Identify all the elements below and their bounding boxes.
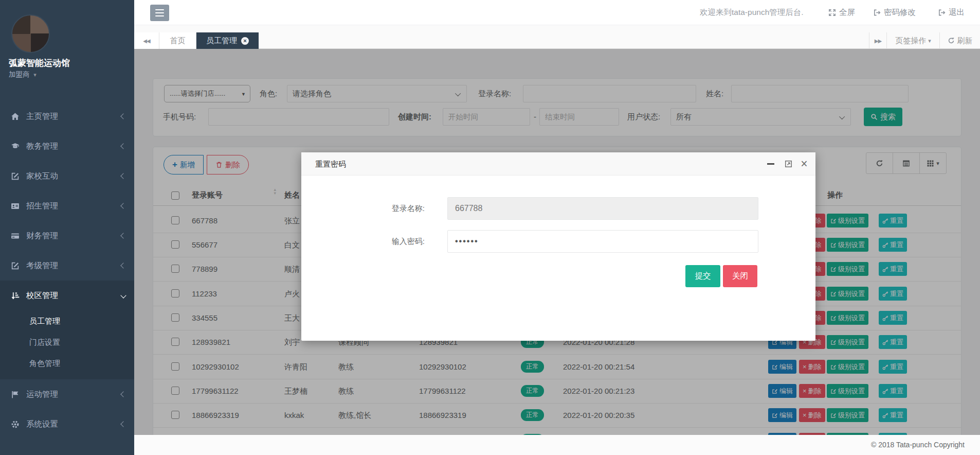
- org-role-toggle[interactable]: 加盟商 ▾: [9, 70, 37, 79]
- sidebar-item-home-school[interactable]: 家校互动: [0, 161, 134, 191]
- dialog-header[interactable]: 重置密码 ×: [301, 152, 815, 176]
- org-name: 弧蒙智能运动馆: [9, 57, 70, 69]
- sidebar-section-campus: 校区管理 员工管理 门店设置 角色管理: [0, 281, 134, 379]
- chevron-left-icon: [120, 203, 126, 208]
- sidebar-item-employee-mgmt[interactable]: 员工管理: [0, 310, 134, 331]
- double-chevron-left-icon: ◀◀: [143, 38, 150, 44]
- edit-square-icon: [9, 172, 21, 181]
- password-label: 输入密码:: [373, 230, 425, 253]
- sort-list-icon: [9, 291, 21, 300]
- sidebar-item-sports-mgmt[interactable]: 运动管理: [0, 379, 134, 409]
- logout-button[interactable]: 退出: [938, 0, 965, 25]
- chevron-left-icon: [120, 113, 126, 119]
- change-password-button[interactable]: 密码修改: [873, 0, 916, 25]
- footer: © 2018 Tata-punch Copyright: [134, 435, 980, 455]
- gear-icon: [9, 420, 21, 429]
- sidebar-item-enrollment[interactable]: 招生管理: [0, 191, 134, 221]
- sidebar-item-academic-mgmt[interactable]: 教务管理: [0, 131, 134, 161]
- tab-bar: ◀◀ 首页 员工管理 × ▶▶ 页签操作▾ 刷新: [134, 25, 980, 49]
- sidebar-item-role-mgmt[interactable]: 角色管理: [0, 353, 134, 374]
- sidebar-item-finance[interactable]: 财务管理: [0, 221, 134, 251]
- fullscreen-button[interactable]: 全屏: [828, 0, 855, 25]
- tab-operations-dropdown[interactable]: 页签操作▾: [886, 32, 939, 49]
- refresh-icon: [948, 37, 955, 44]
- chevron-left-icon: [120, 262, 126, 268]
- sidebar-toggle-button[interactable]: [150, 5, 169, 21]
- caret-down-icon: ▾: [928, 38, 931, 44]
- sidebar: 弧蒙智能运动馆 加盟商 ▾ 主页管理 教务管理 家校互动 招生管理 财务管理: [0, 0, 134, 455]
- sidebar-item-home-mgmt[interactable]: 主页管理: [0, 101, 134, 131]
- tabs-scroll-left-button[interactable]: ◀◀: [134, 32, 159, 49]
- tabs-scroll-right-button[interactable]: ▶▶: [869, 32, 886, 49]
- welcome-text: 欢迎来到tata-punch管理后台.: [700, 0, 804, 25]
- sidebar-item-system-settings[interactable]: 系统设置: [0, 409, 134, 439]
- chevron-left-icon: [120, 173, 126, 179]
- credit-card-icon: [9, 232, 21, 240]
- refresh-tab-button[interactable]: 刷新: [939, 32, 980, 49]
- close-tab-icon[interactable]: ×: [241, 37, 249, 45]
- copyright-text: © 2018 Tata-punch Copyright: [134, 435, 980, 455]
- chevron-left-icon: [120, 143, 126, 149]
- app-window: 弧蒙智能运动馆 加盟商 ▾ 主页管理 教务管理 家校互动 招生管理 财务管理: [0, 0, 980, 455]
- home-icon: [9, 112, 21, 121]
- edit-square-icon: [9, 261, 21, 270]
- close-button[interactable]: 关闭: [723, 265, 757, 287]
- chevron-down-icon: ▾: [33, 72, 37, 78]
- graduation-cap-icon: [9, 142, 21, 151]
- sidebar-item-grading[interactable]: 考级管理: [0, 251, 134, 281]
- chevron-down-icon: [120, 292, 126, 298]
- maximize-icon[interactable]: [781, 152, 796, 176]
- sign-out-icon: [938, 9, 946, 16]
- chevron-left-icon: [120, 233, 126, 238]
- top-header: 欢迎来到tata-punch管理后台. 全屏 密码修改 退出: [134, 0, 980, 25]
- tab-employee-mgmt[interactable]: 员工管理 ×: [196, 32, 259, 49]
- chevron-left-icon: [120, 391, 126, 397]
- chevron-left-icon: [120, 421, 126, 427]
- sidebar-nav: 主页管理 教务管理 家校互动 招生管理 财务管理 考级管理: [0, 101, 134, 439]
- contact-card-icon: [9, 202, 21, 211]
- login-name-label: 登录名称:: [373, 197, 425, 220]
- expand-icon: [828, 9, 836, 16]
- main-content: ......请选择门店......▼ 角色: 请选择角色 登录名称: 姓名: 手…: [134, 49, 980, 435]
- sidebar-item-store-settings[interactable]: 门店设置: [0, 331, 134, 353]
- tab-home[interactable]: 首页: [159, 32, 196, 49]
- password-field[interactable]: [447, 230, 758, 253]
- flag-icon: [9, 390, 21, 399]
- close-icon[interactable]: ×: [796, 152, 812, 176]
- minimize-icon[interactable]: [763, 152, 778, 176]
- login-name-field: [447, 197, 758, 220]
- double-chevron-right-icon: ▶▶: [875, 38, 881, 44]
- sign-out-icon: [873, 9, 881, 16]
- submit-button[interactable]: 提交: [685, 265, 720, 287]
- dialog-title: 重置密码: [315, 152, 346, 176]
- avatar: [11, 14, 50, 53]
- sidebar-item-campus-mgmt[interactable]: 校区管理: [0, 281, 134, 310]
- reset-password-dialog: 重置密码 × 登录名称: 输入密码: 提交 关闭: [301, 152, 815, 341]
